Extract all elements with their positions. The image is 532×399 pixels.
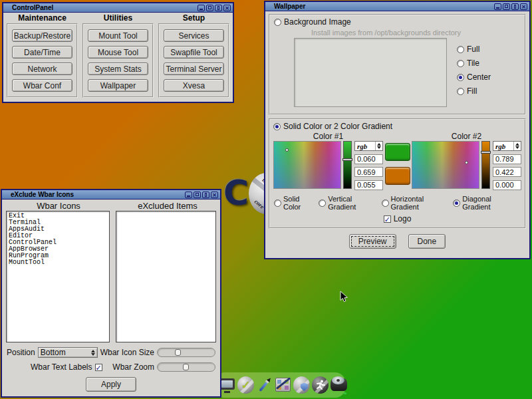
- wallpaper-titlebar[interactable]: Wallpaper ×: [265, 2, 529, 11]
- gradient-mode-radios: Solid Color Vertical Gradient Horizontal…: [273, 195, 521, 211]
- list-item[interactable]: MountTool: [9, 259, 107, 266]
- preview-button[interactable]: Preview: [349, 234, 396, 249]
- color1-r-field[interactable]: 0.060: [354, 154, 383, 164]
- gradient-mode-label: Horizontal Gradient: [391, 195, 454, 211]
- solid-color-radio[interactable]: Solid Color or 2 Color Gradient: [273, 122, 521, 131]
- color1-label: Color #1: [273, 132, 383, 141]
- radio-indicator: [457, 88, 464, 95]
- color2-g-field[interactable]: 0.422: [493, 167, 521, 177]
- image-mode-label: Center: [467, 72, 491, 82]
- spinner-arrows-icon[interactable]: [90, 348, 97, 357]
- wbar-zoom-handle[interactable]: [183, 364, 189, 370]
- color1-b-field[interactable]: 0.055: [354, 180, 383, 190]
- controlpanel-button[interactable]: Terminal Server: [164, 63, 224, 75]
- shield-glyph: [301, 383, 308, 392]
- text-labels-checkbox[interactable]: [95, 364, 102, 371]
- position-dropdown[interactable]: Bottom: [38, 347, 98, 358]
- color1-g-field[interactable]: 0.659: [354, 167, 383, 177]
- shade-button[interactable]: [215, 5, 222, 11]
- radio-indicator: [382, 200, 389, 207]
- controlpanel-button[interactable]: Network: [12, 63, 72, 75]
- radio-indicator: [453, 200, 460, 207]
- image-mode-radio[interactable]: Fill: [457, 86, 491, 96]
- minimize-button[interactable]: [185, 192, 192, 198]
- apply-button[interactable]: Apply: [86, 377, 136, 392]
- minimize-button[interactable]: [198, 5, 205, 11]
- exclude-titlebar[interactable]: eXclude Wbar Icons ×: [2, 190, 220, 200]
- radio-indicator: [457, 74, 464, 81]
- window-title: Wallpaper: [274, 3, 305, 10]
- background-image-radio[interactable]: Background Image: [274, 17, 521, 27]
- controlpanel-button[interactable]: Wbar Conf: [12, 79, 72, 92]
- controlpanel-button[interactable]: System Stats: [88, 63, 148, 75]
- excluded-items-header: eXcluded Items: [115, 201, 220, 211]
- done-button[interactable]: Done: [408, 234, 446, 249]
- image-mode-radio[interactable]: Center: [457, 72, 491, 82]
- color2-b-field[interactable]: 0.000: [493, 180, 521, 190]
- controlpanel-button[interactable]: Backup/Restore: [12, 29, 72, 42]
- controlpanel-button[interactable]: Services: [164, 29, 224, 42]
- maximize-button[interactable]: [194, 192, 201, 198]
- image-mode-radios: Full Tile Center Fill: [457, 45, 491, 107]
- gradient-mode-radio[interactable]: Solid Color: [274, 195, 319, 211]
- icon-size-label: Wbar Icon Size: [100, 348, 154, 357]
- image-mode-radio[interactable]: Full: [457, 45, 491, 54]
- mount-tool-disk-icon[interactable]: [330, 376, 348, 394]
- image-mode-label: Full: [467, 45, 479, 54]
- spinner-arrows-icon[interactable]: [375, 142, 382, 150]
- color2-label: Color #2: [412, 132, 521, 141]
- logo-checkbox[interactable]: [384, 215, 391, 223]
- color1-hue-box[interactable]: [273, 141, 341, 189]
- wbar-icons-list[interactable]: ExitTerminalAppsAuditEditorControlPanelA…: [6, 211, 110, 342]
- controlpanel-button[interactable]: Xvesa: [164, 79, 224, 92]
- color-swatches: [383, 132, 412, 185]
- color2-r-field[interactable]: 0.789: [493, 154, 521, 164]
- close-button[interactable]: ×: [211, 192, 218, 198]
- color1-mode-choice[interactable]: rgb: [354, 141, 383, 151]
- color2-mode-choice[interactable]: rgb: [493, 141, 521, 151]
- maximize-button[interactable]: [503, 3, 510, 10]
- image-mode-radio[interactable]: Tile: [457, 59, 491, 68]
- control-panel-icon[interactable]: [274, 376, 292, 394]
- color2-swatch: [385, 167, 410, 185]
- color1-value-handle[interactable]: [342, 158, 352, 161]
- close-button[interactable]: ×: [520, 3, 527, 10]
- color1-value-bar[interactable]: [343, 141, 352, 189]
- spinner-arrows-icon[interactable]: [513, 142, 521, 150]
- maximize-button[interactable]: [206, 5, 213, 11]
- excluded-items-list[interactable]: [116, 211, 216, 342]
- gradient-mode-radio[interactable]: Vertical Gradient: [319, 195, 381, 211]
- controlpanel-button[interactable]: Mount Tool: [88, 29, 148, 42]
- gradient-mode-label: Diagonal Gradient: [462, 195, 521, 211]
- controlpanel-button[interactable]: Wallpaper: [88, 79, 148, 92]
- color2-value-bar[interactable]: [481, 141, 490, 189]
- controlpanel-titlebar[interactable]: ControlPanel ×: [3, 3, 233, 13]
- color2-hue-box[interactable]: [412, 141, 479, 189]
- controlpanel-button[interactable]: Mouse Tool: [88, 46, 148, 59]
- controlpanel-button[interactable]: Swapfile Tool: [164, 46, 224, 59]
- logo-checkbox-row[interactable]: Logo: [384, 214, 412, 223]
- section-box-setup: ServicesSwapfile ToolTerminal ServerXves…: [158, 23, 229, 98]
- color1-marker[interactable]: [285, 148, 289, 152]
- gradient-mode-radio[interactable]: Diagonal Gradient: [453, 195, 521, 211]
- icon-size-handle[interactable]: [175, 349, 181, 356]
- close-button[interactable]: ×: [223, 5, 231, 11]
- image-mode-label: Fill: [467, 86, 477, 96]
- shade-button[interactable]: [511, 3, 519, 10]
- color2-value-handle[interactable]: [481, 151, 491, 154]
- text-labels-row[interactable]: Wbar Text Labels: [31, 362, 102, 372]
- editor-brush-icon[interactable]: [255, 376, 273, 394]
- icon-size-slider[interactable]: [157, 348, 215, 357]
- background-image-list[interactable]: [294, 38, 447, 107]
- minimize-button[interactable]: [494, 3, 501, 10]
- run-program-icon[interactable]: [311, 376, 329, 394]
- wbar-zoom-slider[interactable]: [157, 362, 215, 372]
- color2-group: Color #2 rgb 0.789 0.422: [412, 132, 521, 190]
- color2-mode-label: rgb: [493, 142, 513, 150]
- app-browser-shield-icon[interactable]: [293, 376, 311, 394]
- color2-marker[interactable]: [465, 161, 468, 164]
- shade-button[interactable]: [202, 192, 209, 198]
- color1-group: Color #1 rgb 0.060 0.659: [273, 132, 383, 190]
- gradient-mode-radio[interactable]: Horizontal Gradient: [382, 195, 454, 211]
- controlpanel-button[interactable]: Date/Time: [12, 46, 72, 59]
